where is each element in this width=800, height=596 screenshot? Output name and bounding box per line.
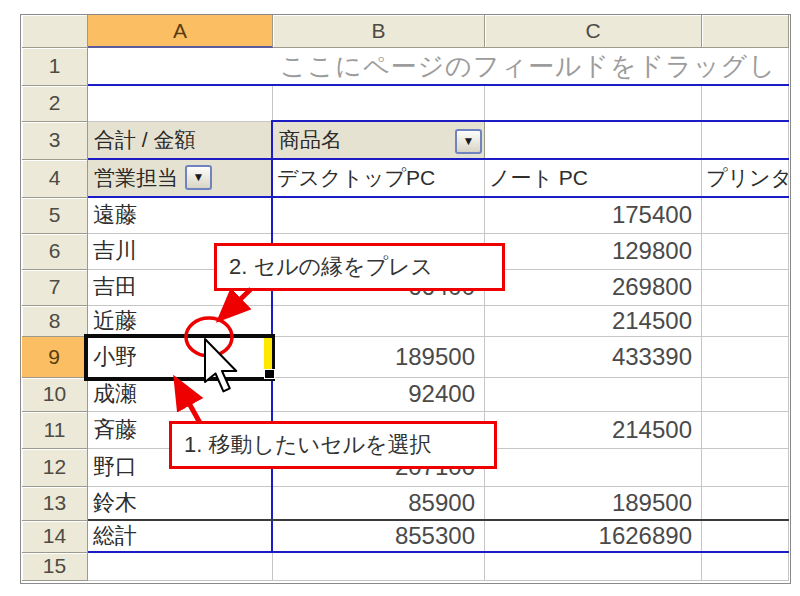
select-all-corner[interactable] <box>22 15 88 48</box>
cell-B5[interactable] <box>273 198 485 234</box>
spreadsheet: ABC123456789101112131415遠藤175400吉川129800… <box>20 14 791 584</box>
cell-C8[interactable]: 214500 <box>485 306 702 337</box>
column-header-A[interactable]: A <box>88 15 273 48</box>
cell-B2[interactable] <box>273 86 485 122</box>
row-header-12[interactable]: 12 <box>22 449 88 487</box>
cell-C14[interactable]: 1626890 <box>485 521 702 553</box>
row-header-15[interactable]: 15 <box>22 553 88 581</box>
row-header-5[interactable]: 5 <box>22 198 88 234</box>
cell-A15[interactable] <box>88 553 273 581</box>
callout-step1: 1. 移動したいセルを選択 <box>169 421 497 469</box>
row-header-7[interactable]: 7 <box>22 270 88 306</box>
cell-A8[interactable]: 近藤 <box>88 306 273 337</box>
row-header-11[interactable]: 11 <box>22 412 88 449</box>
cell-D9[interactable] <box>702 337 789 378</box>
column-header-D[interactable] <box>702 15 789 48</box>
cell-C11[interactable]: 214500 <box>485 412 702 449</box>
selected-cell-border[interactable] <box>84 334 275 381</box>
cell-C7[interactable]: 269800 <box>485 270 702 306</box>
chevron-down-icon: ▼ <box>193 170 205 184</box>
row-header-9[interactable]: 9 <box>22 337 88 378</box>
cell-C12[interactable] <box>485 449 702 487</box>
cell-A14[interactable]: 総計 <box>88 521 273 553</box>
pivot-border-line <box>88 551 789 553</box>
cell-B9[interactable]: 189500 <box>273 337 485 378</box>
row-header-13[interactable]: 13 <box>22 487 88 521</box>
pivot-border-line <box>273 120 789 122</box>
cell-C6[interactable]: 129800 <box>485 234 702 270</box>
cell-D4-column-item[interactable]: プリンタ <box>702 160 789 198</box>
cell-D7[interactable] <box>702 270 789 306</box>
cell-C5[interactable]: 175400 <box>485 198 702 234</box>
cell-C4-column-item[interactable]: ノート PC <box>485 160 702 198</box>
callout-step2: 2. セルの縁をプレス <box>214 243 505 291</box>
cell-D2[interactable] <box>702 86 789 122</box>
cell-C10[interactable] <box>485 378 702 412</box>
row-header-1[interactable]: 1 <box>22 48 88 86</box>
row-header-10[interactable]: 10 <box>22 378 88 412</box>
column-header-B[interactable]: B <box>273 15 485 48</box>
row-header-14[interactable]: 14 <box>22 521 88 553</box>
cell-C13[interactable]: 189500 <box>485 487 702 521</box>
column-field-dropdown-button[interactable]: ▼ <box>455 129 482 154</box>
pivot-data-field-cell[interactable]: 合計 / 金額 <box>88 122 273 160</box>
cell-B4-column-item[interactable]: デスクトップPC <box>273 160 485 198</box>
row-header-4[interactable]: 4 <box>22 160 88 198</box>
row-header-3[interactable]: 3 <box>22 122 88 160</box>
cell-D14[interactable] <box>702 521 789 553</box>
excel-pivot-screenshot: ABC123456789101112131415遠藤175400吉川129800… <box>0 0 800 596</box>
cell-D10[interactable] <box>702 378 789 412</box>
cell-C9[interactable]: 433390 <box>485 337 702 378</box>
cell-B10[interactable]: 92400 <box>273 378 485 412</box>
pivot-border-line <box>88 158 789 160</box>
cell-D13[interactable] <box>702 487 789 521</box>
total-row-separator <box>88 519 789 521</box>
cell-A2[interactable] <box>88 86 273 122</box>
cell-B15[interactable] <box>273 553 485 581</box>
pivot-border-line <box>88 196 789 198</box>
cell-B8[interactable] <box>273 306 485 337</box>
cell-B14[interactable]: 855300 <box>273 521 485 553</box>
cell-C3[interactable] <box>485 122 702 160</box>
cell-C15[interactable] <box>485 553 702 581</box>
page-field-drop-zone[interactable]: ここにページのフィールドをドラッグし <box>88 48 789 86</box>
cell-D12[interactable] <box>702 449 789 487</box>
pivot-border-line <box>88 84 789 86</box>
cell-D15[interactable] <box>702 553 789 581</box>
column-header-C[interactable]: C <box>485 15 702 48</box>
row-header-8[interactable]: 8 <box>22 306 88 337</box>
cell-A13[interactable]: 鈴木 <box>88 487 273 521</box>
chevron-down-icon: ▼ <box>463 134 475 148</box>
yellow-edge-highlight <box>264 338 272 371</box>
cell-D3[interactable] <box>702 122 789 160</box>
pivot-row-field-cell[interactable]: 営業担当 <box>88 160 273 198</box>
row-field-dropdown-button[interactable]: ▼ <box>185 165 212 190</box>
cell-D8[interactable] <box>702 306 789 337</box>
cell-A5[interactable]: 遠藤 <box>88 198 273 234</box>
cell-D11[interactable] <box>702 412 789 449</box>
cell-D6[interactable] <box>702 234 789 270</box>
fill-handle[interactable] <box>264 369 275 379</box>
row-header-2[interactable]: 2 <box>22 86 88 122</box>
cell-C2[interactable] <box>485 86 702 122</box>
cell-B13[interactable]: 85900 <box>273 487 485 521</box>
cell-A10[interactable]: 成瀬 <box>88 378 273 412</box>
row-header-6[interactable]: 6 <box>22 234 88 270</box>
pivot-column-field-cell[interactable]: 商品名 <box>273 122 485 160</box>
cell-D5[interactable] <box>702 198 789 234</box>
